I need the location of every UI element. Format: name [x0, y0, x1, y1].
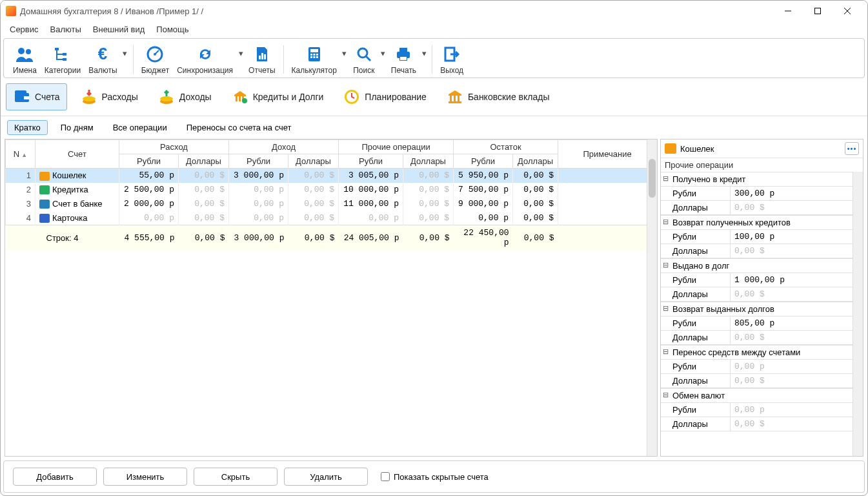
window-title: Домашняя бухгалтерия 8 / Иванов /Пример …	[20, 6, 773, 16]
col-oth-usd[interactable]: Доллары	[403, 154, 454, 169]
detail-more-button[interactable]: •••	[845, 142, 859, 155]
tab-credits[interactable]: Кредиты и Долги	[225, 84, 330, 110]
minimize-button[interactable]	[773, 1, 803, 21]
svg-rect-23	[316, 56, 318, 58]
table-row[interactable]: 4Карточка0,00 р0,00 $0,00 р0,00 $0,00 р0…	[6, 211, 657, 225]
col-n[interactable]: N▲	[6, 140, 35, 169]
people-icon	[14, 44, 35, 65]
accounts-grid[interactable]: N▲ Счет Расход Доход Прочие операции Ост…	[5, 140, 657, 456]
col-inc-usd[interactable]: Доллары	[288, 154, 339, 169]
toolbar-reports[interactable]: Отчеты	[245, 43, 279, 76]
svg-rect-1	[815, 8, 821, 14]
gauge-icon	[145, 44, 165, 65]
show-hidden-label[interactable]: Показать скрытые счета	[381, 472, 489, 482]
detail-row: Доллары 0,00 $	[661, 201, 853, 215]
svg-point-24	[358, 48, 367, 57]
table-row[interactable]: 1Кошелек55,00 р0,00 $3 000,00 р0,00 $3 0…	[6, 169, 657, 183]
wallet-icon	[13, 88, 31, 106]
col-expense[interactable]: Расход	[119, 140, 229, 154]
svg-point-41	[242, 98, 247, 103]
col-account[interactable]: Счет	[35, 140, 119, 169]
toolbar: Имена Категории € Валюты ▾ Бюджет Синхро…	[3, 38, 865, 78]
toolbar-currencies[interactable]: € Валюты	[85, 43, 121, 76]
detail-scrollbar[interactable]	[853, 172, 863, 456]
col-income[interactable]: Доход	[229, 140, 339, 154]
toolbar-calculator[interactable]: Калькулятор	[288, 43, 341, 76]
col-bal-usd[interactable]: Доллары	[513, 154, 558, 169]
toolbar-names[interactable]: Имена	[9, 43, 41, 76]
delete-button[interactable]: Удалить	[284, 468, 368, 486]
subtab-byday[interactable]: По дням	[54, 121, 100, 134]
detail-group-header[interactable]: Получено в кредит	[661, 172, 853, 187]
grid-scrollbar[interactable]	[647, 140, 657, 456]
print-icon	[393, 44, 414, 65]
detail-subtitle: Прочие операции	[661, 158, 863, 172]
col-exp-rub[interactable]: Рубли	[119, 154, 179, 169]
maximize-button[interactable]	[803, 1, 833, 21]
detail-row: Доллары 0,00 $	[661, 244, 853, 258]
menu-help[interactable]: Помощь	[151, 23, 194, 36]
svg-point-37	[160, 96, 173, 101]
col-inc-rub[interactable]: Рубли	[229, 154, 288, 169]
detail-group-header[interactable]: Обмен валют	[661, 389, 853, 403]
detail-group-header[interactable]: Возврат выданных долгов	[661, 302, 853, 316]
bank-person-icon	[231, 88, 249, 106]
subtab-brief[interactable]: Кратко	[7, 120, 48, 135]
detail-row: Доллары 0,00 $	[661, 331, 853, 345]
col-exp-usd[interactable]: Доллары	[179, 154, 229, 169]
table-row[interactable]: 2Кредитка2 500,00 р0,00 $0,00 р0,00 $10 …	[6, 183, 657, 197]
close-button[interactable]	[833, 1, 862, 21]
show-hidden-checkbox[interactable]	[381, 472, 390, 481]
subtab-allops[interactable]: Все операции	[106, 121, 174, 134]
edit-button[interactable]: Изменить	[103, 468, 187, 486]
col-bal-rub[interactable]: Рубли	[454, 154, 513, 169]
col-oth-rub[interactable]: Рубли	[339, 154, 403, 169]
col-balance[interactable]: Остаток	[454, 140, 558, 154]
svg-rect-47	[449, 101, 461, 103]
section-tabs: Счета Расходы Доходы Кредиты и Долги Пла…	[1, 79, 867, 116]
currencies-dropdown[interactable]: ▾	[121, 43, 129, 63]
titlebar: Домашняя бухгалтерия 8 / Иванов /Пример …	[1, 1, 867, 21]
account-icon	[39, 172, 50, 181]
toolbar-search[interactable]: Поиск	[348, 43, 379, 76]
col-other[interactable]: Прочие операции	[339, 140, 454, 154]
sync-dropdown[interactable]: ▾	[237, 43, 245, 63]
subtabs: Кратко По дням Все операции Переносы со …	[1, 116, 867, 139]
toolbar-exit[interactable]: Выход	[436, 43, 467, 76]
menubar: Сервис Валюты Внешний вид Помощь	[1, 21, 867, 37]
detail-group: Обмен валют Рубли 0,00 р Доллары 0,00 $	[661, 388, 853, 431]
tab-accounts[interactable]: Счета	[6, 83, 67, 110]
detail-grid[interactable]: Получено в кредит Рубли 300,00 р Доллары…	[661, 172, 853, 456]
report-icon	[252, 44, 272, 65]
calculator-dropdown[interactable]: ▾	[341, 43, 348, 63]
detail-group-header[interactable]: Перенос средств между счетами	[661, 346, 853, 360]
tab-expenses[interactable]: Расходы	[74, 84, 145, 110]
toolbar-print[interactable]: Печать	[387, 43, 420, 76]
toolbar-categories[interactable]: Категории	[41, 43, 85, 76]
detail-row: Рубли 0,00 р	[661, 360, 853, 374]
add-button[interactable]: Добавить	[13, 468, 97, 486]
search-dropdown[interactable]: ▾	[379, 43, 387, 63]
tab-income[interactable]: Доходы	[151, 84, 218, 110]
detail-group-header[interactable]: Выдано в долг	[661, 259, 853, 273]
menu-currencies[interactable]: Валюты	[45, 23, 86, 36]
subtab-transfers[interactable]: Переносы со счета на счет	[180, 121, 298, 134]
menu-appearance[interactable]: Внешний вид	[88, 23, 150, 36]
toolbar-sync[interactable]: Синхронизация	[173, 43, 237, 76]
detail-group-header[interactable]: Возврат полученных кредитов	[661, 216, 853, 230]
svg-rect-18	[310, 54, 312, 56]
detail-group: Перенос средств между счетами Рубли 0,00…	[661, 345, 853, 388]
col-note[interactable]: Примечание	[558, 140, 657, 169]
detail-row: Рубли 1 000,00 р	[661, 273, 853, 287]
detail-group: Выдано в долг Рубли 1 000,00 р Доллары 0…	[661, 258, 853, 302]
sync-icon	[195, 44, 216, 65]
tab-deposits[interactable]: Банковские вклады	[439, 84, 556, 110]
detail-row: Рубли 300,00 р	[661, 187, 853, 201]
menu-service[interactable]: Сервис	[5, 23, 44, 36]
hide-button[interactable]: Скрыть	[194, 468, 278, 486]
print-dropdown[interactable]: ▾	[420, 43, 428, 63]
svg-rect-27	[399, 48, 407, 52]
toolbar-budget[interactable]: Бюджет	[137, 43, 173, 76]
table-row[interactable]: 3Счет в банке2 000,00 р0,00 $0,00 р0,00 …	[6, 197, 657, 211]
tab-planning[interactable]: Планирование	[336, 84, 433, 110]
